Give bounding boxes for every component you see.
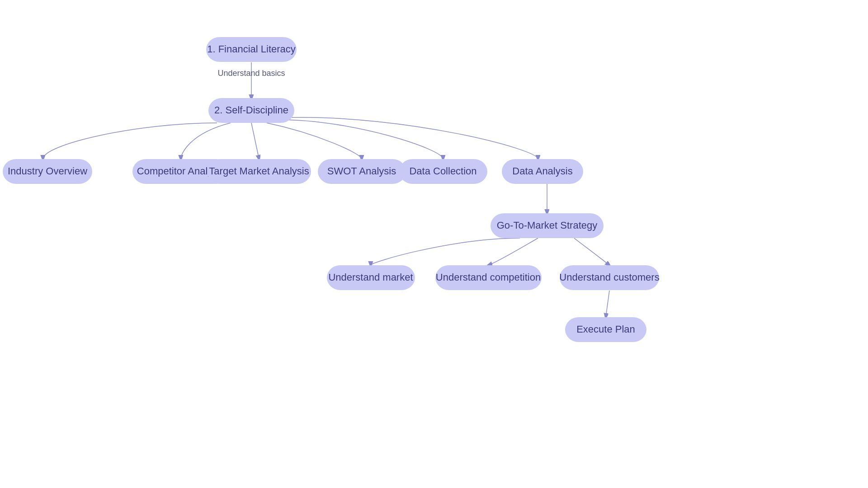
edge-sd-datacollection xyxy=(280,120,443,159)
edge-gtm-customers xyxy=(574,238,609,265)
node-industry-overview-label: Industry Overview xyxy=(8,165,87,177)
edge-sd-swot xyxy=(267,123,362,159)
node-swot-analysis-label: SWOT Analysis xyxy=(327,165,396,177)
node-understand-market-label: Understand market xyxy=(328,272,413,283)
node-financial-literacy-label: 1. Financial Literacy xyxy=(207,43,296,55)
node-gtm-strategy-label: Go-To-Market Strategy xyxy=(497,220,598,231)
edge-gtm-competition xyxy=(488,238,538,265)
edge-customers-execute xyxy=(606,291,609,317)
node-understand-competition-label: Understand competition xyxy=(436,272,541,283)
node-understand-customers-label: Understand customers xyxy=(559,272,659,283)
mindmap-diagram: Understand basics 1. Financial Literacy … xyxy=(0,0,868,488)
node-self-discipline-label: 2. Self-Discipline xyxy=(214,104,288,116)
node-target-market-label: Target Market Analysis xyxy=(209,165,309,177)
node-execute-plan-label: Execute Plan xyxy=(576,324,635,335)
understand-basics-label: Understand basics xyxy=(217,69,285,78)
edge-sd-industry xyxy=(43,123,217,159)
edge-sd-target xyxy=(251,123,259,159)
edge-sd-competitor xyxy=(181,123,231,159)
node-data-analysis-label: Data Analysis xyxy=(512,165,572,177)
node-data-collection-label: Data Collection xyxy=(409,165,476,177)
edge-sd-dataanalysis xyxy=(289,117,538,159)
